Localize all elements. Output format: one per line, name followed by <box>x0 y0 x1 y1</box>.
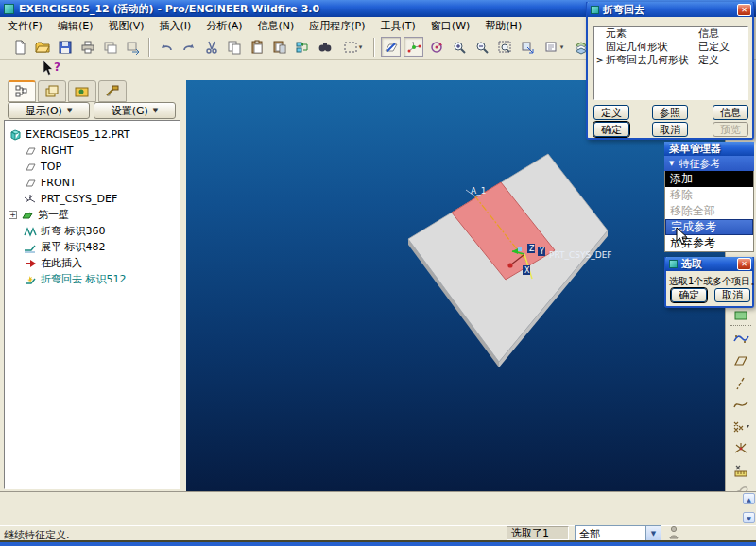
selected-count-box: 选取了1 <box>507 526 569 540</box>
toolbar-separator <box>730 325 751 326</box>
tree-item-flatten[interactable]: 展平 标识482 <box>9 239 180 255</box>
bend-back-dialog: 折弯回去 ✕ 元素 信息 固定几何形状 已定义 > 折弯回去几何形状 定义 定义… <box>586 2 754 140</box>
dialog-icon <box>591 6 599 14</box>
zoom-out-icon[interactable] <box>472 37 491 57</box>
tree-item-top[interactable]: TOP <box>9 159 180 175</box>
repaint-icon[interactable] <box>381 37 401 57</box>
datum-axis-icon[interactable] <box>731 374 750 393</box>
spin-center-icon[interactable] <box>404 37 423 57</box>
menu-window[interactable]: 窗口(W) <box>423 17 477 35</box>
feature-refs-section[interactable]: ▼ 特征参考 <box>664 156 754 171</box>
menu-applications[interactable]: 应用程序(P) <box>301 17 372 35</box>
column-element: 元素 <box>606 27 698 41</box>
cursor-arrow-icon <box>43 60 53 75</box>
find-icon[interactable] <box>315 37 335 57</box>
ok-button[interactable]: 确定 <box>593 122 629 137</box>
context-help-button[interactable]: ? <box>40 60 64 78</box>
select-cancel-button[interactable]: 取消 <box>714 288 750 302</box>
section-label: 特征参考 <box>679 157 720 171</box>
open-folder-icon[interactable] <box>32 37 52 57</box>
chevron-down-icon: ▼ <box>67 107 72 114</box>
select-box-icon[interactable]: ▾ <box>337 37 368 57</box>
bend-feature-icon <box>24 226 37 237</box>
menu-edit[interactable]: 编辑(E) <box>50 17 101 35</box>
bend-back-feature-icon <box>24 274 37 285</box>
save-icon[interactable] <box>55 37 75 57</box>
backup-icon[interactable] <box>123 37 143 57</box>
menu-item-remove-all: 移除全部 <box>665 203 753 219</box>
question-icon: ? <box>54 60 60 74</box>
refit-icon[interactable] <box>426 37 446 57</box>
analysis-measure-icon[interactable] <box>731 461 750 480</box>
info-button[interactable]: 信息 <box>713 105 748 120</box>
tree-item-bend[interactable]: 折弯 标识360 <box>9 223 180 239</box>
define-button[interactable]: 定义 <box>593 105 629 120</box>
sketch-curve-icon[interactable] <box>731 395 750 414</box>
show-dropdown-button[interactable]: 显示(O) ▼ <box>8 102 90 119</box>
cut-icon[interactable] <box>201 37 221 57</box>
paste-special-icon[interactable] <box>269 37 289 57</box>
save-a-copy-icon[interactable] <box>100 37 120 57</box>
select-box-dropdown-icon[interactable]: ▾ <box>359 43 363 51</box>
saved-views-dropdown-icon[interactable]: ▾ <box>560 43 564 51</box>
scroll-down-icon[interactable]: ▼ <box>743 512 755 523</box>
coordinate-system-icon[interactable] <box>731 439 750 458</box>
datum-plane-icon[interactable] <box>731 351 750 370</box>
layer-tree-tab[interactable] <box>38 80 66 102</box>
menu-help[interactable]: 帮助(H) <box>477 17 529 35</box>
zoom-in-icon[interactable] <box>449 37 469 57</box>
datum-point-icon[interactable] <box>731 417 750 435</box>
tree-item-csys[interactable]: PRT_CSYS_DEF <box>9 191 180 207</box>
paste-icon[interactable] <box>247 37 266 57</box>
part-icon <box>9 128 22 141</box>
refs-button[interactable]: 参照 <box>652 105 688 120</box>
new-file-icon[interactable] <box>9 37 29 57</box>
menu-view[interactable]: 视图(V) <box>100 17 151 35</box>
tree-item-part[interactable]: EXERCISE05_12.PRT <box>9 127 180 143</box>
tools-tab[interactable] <box>98 80 127 102</box>
select-ok-button[interactable]: 确定 <box>671 288 707 302</box>
saved-views-icon[interactable]: ▾ <box>540 37 568 57</box>
scroll-up-icon[interactable]: ▲ <box>743 493 755 504</box>
tree-item-front[interactable]: FRONT <box>9 175 180 191</box>
redo-icon[interactable] <box>179 37 198 57</box>
select-dialog-titlebar[interactable]: 选取 ✕ <box>665 257 753 271</box>
menu-tools[interactable]: 工具(T) <box>373 17 423 35</box>
element-list[interactable]: 元素 信息 固定几何形状 已定义 > 折弯回去几何形状 定义 <box>593 26 748 100</box>
application-window: EXERCISE05_12 (活动的) - Pro/ENGINEER Wildf… <box>0 0 756 546</box>
selection-filter-combo[interactable]: 全部 ▼ <box>575 525 662 541</box>
list-row[interactable]: 固定几何形状 已定义 <box>594 41 747 54</box>
zoom-window-icon[interactable] <box>494 37 514 57</box>
bend-back-dialog-titlebar[interactable]: 折弯回去 ✕ <box>587 2 753 17</box>
reorient-icon[interactable] <box>517 37 537 57</box>
menu-insert[interactable]: 插入(I) <box>152 17 199 35</box>
datum-plane-icon <box>24 145 37 157</box>
tree-item-first-wall[interactable]: + 第一壁 <box>9 207 180 223</box>
cancel-button[interactable]: 取消 <box>652 122 688 137</box>
model-tree-tab[interactable] <box>8 80 36 102</box>
expand-icon[interactable]: + <box>9 211 17 219</box>
close-icon[interactable]: ✕ <box>737 258 751 270</box>
menu-item-add[interactable]: 添加 <box>665 171 753 187</box>
insert-here-arrow-icon <box>24 258 37 269</box>
tree-item-bend-back[interactable]: 折弯回去 标识512 <box>9 271 180 287</box>
favorites-tab[interactable] <box>68 80 96 102</box>
datum-plane-icon <box>24 162 37 173</box>
list-row[interactable]: > 折弯回去几何形状 定义 <box>594 54 747 67</box>
copy-icon[interactable] <box>224 37 244 57</box>
graphics-viewport[interactable]: A_1 Z Y X PRT_CSYS_DEF <box>186 80 725 491</box>
tree-item-insert-here[interactable]: 在此插入 <box>9 255 180 271</box>
menu-file[interactable]: 文件(F) <box>0 17 50 35</box>
menu-analysis[interactable]: 分析(A) <box>198 17 249 35</box>
print-icon[interactable] <box>77 37 97 57</box>
tree-item-right[interactable]: RIGHT <box>9 143 180 159</box>
settings-dropdown-button[interactable]: 设置(G) ▼ <box>94 102 176 119</box>
menu-manager-titlebar[interactable]: 菜单管理器 <box>664 142 754 156</box>
undo-icon[interactable] <box>156 37 176 57</box>
combo-arrow-icon[interactable]: ▼ <box>645 526 661 540</box>
datum-curve-icon[interactable] <box>731 329 750 348</box>
regenerate-icon[interactable] <box>292 37 312 57</box>
close-icon[interactable]: ✕ <box>737 4 751 16</box>
message-scrollbar[interactable]: ▲ ▼ <box>743 493 755 524</box>
menu-info[interactable]: 信息(N) <box>250 17 302 35</box>
